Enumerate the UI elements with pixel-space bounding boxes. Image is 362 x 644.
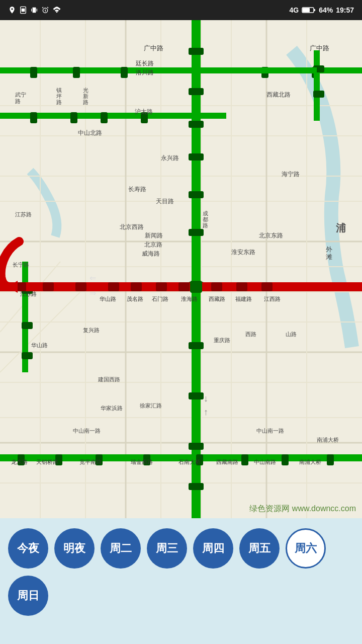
svg-text:长寿路: 长寿路 [128, 186, 146, 193]
svg-text:滩: 滩 [326, 253, 332, 261]
svg-rect-67 [282, 454, 289, 465]
svg-text:广中路: 广中路 [144, 44, 163, 52]
svg-rect-75 [75, 282, 86, 291]
svg-text:瑞金南路: 瑞金南路 [131, 459, 153, 465]
svg-rect-7 [314, 9, 315, 11]
svg-rect-37 [189, 153, 204, 160]
svg-text:石门路: 石门路 [152, 296, 168, 302]
svg-rect-68 [327, 454, 334, 465]
svg-rect-86 [190, 281, 202, 293]
day-button-周二[interactable]: 周二 [101, 528, 141, 569]
svg-rect-41 [189, 342, 204, 349]
alarm-icon [41, 6, 49, 14]
svg-text:北京路: 北京路 [144, 241, 162, 248]
signal-text: 4G [289, 6, 299, 14]
svg-rect-1 [22, 9, 25, 12]
svg-text:廷长路: 廷长路 [135, 60, 154, 67]
svg-text:海宁路: 海宁路 [282, 171, 300, 178]
svg-text:西藏路: 西藏路 [209, 296, 225, 302]
day-button-周六[interactable]: 周六 [286, 528, 326, 569]
svg-text:山路: 山路 [286, 331, 297, 337]
map-svg: ⇐ ⇒ 广中路 广中路 廷长路 洛川路 武宁 路 镇 坪 路 光 新 路 西藏北… [0, 20, 362, 518]
day-button-今夜[interactable]: 今夜 [8, 528, 48, 569]
day-button-周三[interactable]: 周三 [147, 528, 187, 569]
svg-text:沪太路: 沪太路 [135, 108, 153, 115]
svg-rect-34 [189, 48, 204, 55]
svg-text:路: 路 [56, 99, 62, 105]
day-button-周日[interactable]: 周日 [8, 576, 48, 616]
svg-text:广中路: 广中路 [310, 44, 329, 52]
svg-rect-74 [43, 282, 54, 291]
svg-text:天钥桥路: 天钥桥路 [36, 459, 58, 465]
svg-text:新: 新 [83, 93, 88, 99]
day-button-周五[interactable]: 周五 [239, 528, 280, 569]
svg-text:中山南一路: 中山南一路 [73, 428, 101, 434]
svg-rect-79 [178, 282, 190, 291]
day-button-周四[interactable]: 周四 [193, 528, 233, 569]
svg-rect-48 [121, 67, 128, 78]
svg-text:复兴路: 复兴路 [83, 327, 100, 333]
svg-rect-77 [131, 282, 142, 291]
svg-text:华山路: 华山路 [100, 296, 116, 302]
svg-rect-82 [261, 282, 273, 291]
svg-text:武宁: 武宁 [15, 92, 26, 98]
svg-text:石南大桥: 石南大桥 [178, 459, 201, 465]
svg-rect-47 [73, 67, 80, 78]
battery-text: 64% [319, 6, 333, 14]
svg-rect-80 [211, 282, 222, 291]
right-status-info: 4G 64% 19:57 [289, 6, 354, 14]
svg-text:重庆路: 重庆路 [214, 337, 230, 343]
svg-text:中山南路: 中山南路 [254, 459, 276, 465]
svg-text:威海路: 威海路 [142, 250, 160, 257]
svg-text:西路: 西路 [245, 331, 256, 337]
svg-text:浦: 浦 [336, 222, 346, 233]
svg-text:华家浜路: 华家浜路 [101, 405, 123, 411]
svg-rect-42 [189, 392, 204, 399]
svg-text:路: 路 [15, 98, 21, 104]
svg-rect-44 [189, 483, 204, 490]
svg-text:淮海路: 淮海路 [181, 296, 198, 302]
svg-text:北京东路: 北京东路 [259, 232, 283, 239]
location-icon [8, 6, 16, 14]
svg-text:江苏路: 江苏路 [20, 291, 37, 297]
svg-text:长宁路: 长宁路 [13, 262, 29, 268]
svg-text:茂名路: 茂名路 [127, 296, 143, 302]
map-area[interactable]: ⇐ ⇒ 广中路 广中路 廷长路 洛川路 武宁 路 镇 坪 路 光 新 路 西藏北… [0, 20, 362, 518]
status-bar: 4G 64% 19:57 [0, 0, 362, 20]
svg-text:江西路: 江西路 [264, 296, 281, 302]
svg-text:镇: 镇 [56, 87, 62, 93]
svg-text:龙东路: 龙东路 [11, 459, 28, 465]
svg-text:路: 路 [203, 222, 208, 228]
svg-rect-59 [22, 352, 33, 359]
svg-rect-46 [30, 67, 37, 78]
svg-text:中山南一路: 中山南一路 [256, 428, 284, 434]
svg-text:⇐: ⇐ [89, 274, 96, 282]
svg-text:天目路: 天目路 [156, 198, 174, 205]
svg-rect-52 [30, 112, 37, 123]
svg-text:宽平南路: 宽平南路 [79, 459, 102, 465]
svg-rect-2 [33, 8, 36, 13]
bottom-panel: 今夜明夜周二周三周四周五周六 周日 [0, 518, 362, 644]
svg-text:淮安东路: 淮安东路 [231, 249, 255, 256]
svg-text:永兴路: 永兴路 [161, 154, 179, 162]
svg-text:华山路: 华山路 [31, 342, 48, 348]
svg-text:都: 都 [203, 216, 208, 222]
svg-text:南浦大桥: 南浦大桥 [317, 437, 339, 443]
svg-rect-4 [37, 9, 37, 11]
svg-text:↑: ↑ [204, 407, 208, 417]
svg-rect-53 [70, 112, 77, 123]
svg-text:北京西路: 北京西路 [120, 223, 144, 230]
svg-rect-8 [303, 8, 310, 12]
svg-rect-39 [189, 229, 204, 236]
time-text: 19:57 [336, 6, 354, 14]
day-button-明夜[interactable]: 明夜 [54, 528, 95, 569]
svg-text:江苏路: 江苏路 [15, 211, 32, 217]
svg-text:成: 成 [203, 210, 208, 216]
svg-rect-76 [108, 282, 119, 291]
svg-rect-43 [189, 443, 204, 450]
day-buttons-row1: 今夜明夜周二周三周四周五周六 [8, 528, 354, 569]
left-status-icons [8, 6, 61, 14]
svg-text:⇒: ⇒ [89, 289, 96, 297]
wifi-icon [52, 6, 61, 14]
svg-text:中山北路: 中山北路 [78, 129, 102, 136]
